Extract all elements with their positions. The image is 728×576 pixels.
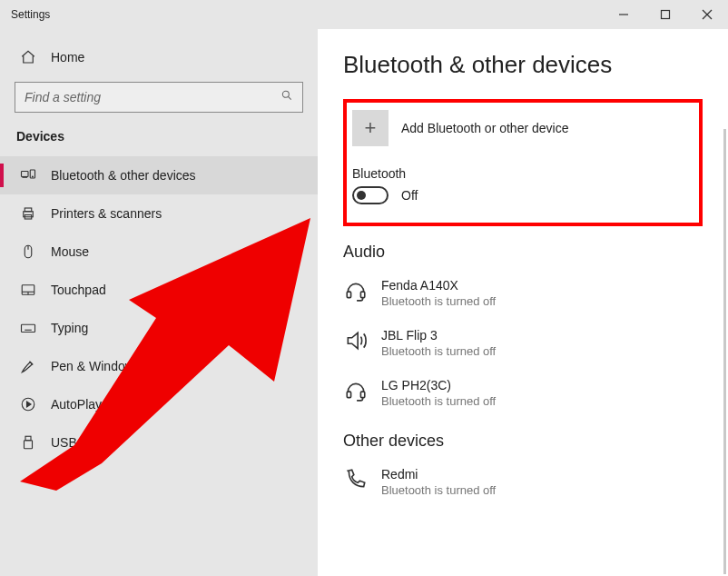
page-title: Bluetooth & other devices <box>343 51 703 79</box>
device-status: Bluetooth is turned off <box>381 394 496 408</box>
sidebar-item-autoplay[interactable]: AutoPlay <box>0 385 318 423</box>
home-icon <box>20 49 36 65</box>
device-name: Fenda A140X <box>381 278 496 293</box>
headset-icon <box>343 278 369 303</box>
touchpad-icon <box>20 282 36 298</box>
svg-rect-29 <box>360 292 364 298</box>
sidebar-item-usb[interactable]: USB <box>0 423 318 462</box>
svg-rect-6 <box>22 172 29 177</box>
sidebar-item-bluetooth[interactable]: Bluetooth & other devices <box>0 156 318 194</box>
device-status: Bluetooth is turned off <box>381 483 496 497</box>
scrollbar[interactable] <box>723 129 726 574</box>
svg-point-9 <box>32 176 33 177</box>
svg-rect-18 <box>22 324 35 332</box>
devices-icon <box>20 167 36 184</box>
search-box[interactable] <box>15 82 303 113</box>
sidebar: Home Devices Bluetooth & other devices P… <box>0 29 318 576</box>
device-status: Bluetooth is turned off <box>381 344 496 358</box>
usb-icon <box>20 434 36 451</box>
minimize-button[interactable] <box>603 0 644 29</box>
toggle-state-label: Off <box>401 188 418 203</box>
sidebar-item-label: Bluetooth & other devices <box>51 168 196 183</box>
maximize-button[interactable] <box>644 0 686 29</box>
pen-icon <box>20 358 36 374</box>
sidebar-item-label: USB <box>51 435 77 450</box>
sidebar-item-label: AutoPlay <box>51 397 102 412</box>
printer-icon <box>20 205 36 222</box>
bluetooth-label: Bluetooth <box>352 166 690 181</box>
audio-section-title: Audio <box>343 243 703 262</box>
search-input[interactable] <box>25 90 280 104</box>
add-device-label: Add Bluetooth or other device <box>401 121 568 135</box>
sidebar-item-label: Printers & scanners <box>51 206 162 221</box>
svg-rect-26 <box>25 436 31 441</box>
search-icon <box>280 89 293 105</box>
home-label: Home <box>51 50 84 65</box>
sidebar-item-label: Touchpad <box>51 283 106 297</box>
sidebar-item-printers[interactable]: Printers & scanners <box>0 194 318 233</box>
sidebar-item-label: Typing <box>51 321 88 335</box>
svg-rect-7 <box>23 177 27 178</box>
svg-rect-31 <box>360 392 364 398</box>
window-title: Settings <box>11 8 50 21</box>
svg-point-4 <box>282 91 289 97</box>
svg-rect-1 <box>662 11 670 19</box>
sidebar-item-touchpad[interactable]: Touchpad <box>0 271 318 309</box>
sidebar-item-label: Mouse <box>51 244 89 259</box>
keyboard-icon <box>20 320 36 336</box>
bluetooth-toggle[interactable] <box>352 186 389 204</box>
sidebar-item-pen[interactable]: Pen & Windows Ink <box>0 347 318 385</box>
content-pane: Bluetooth & other devices + Add Bluetoot… <box>318 29 728 576</box>
device-name: JBL Flip 3 <box>381 328 496 343</box>
device-row[interactable]: LG PH2(3C) Bluetooth is turned off <box>343 371 703 421</box>
device-name: Redmi <box>381 467 496 482</box>
phone-icon <box>343 467 369 492</box>
window-controls <box>603 0 728 29</box>
svg-rect-28 <box>347 292 350 298</box>
device-row[interactable]: JBL Flip 3 Bluetooth is turned off <box>343 321 703 371</box>
svg-line-5 <box>288 96 290 99</box>
bluetooth-toggle-row: Off <box>352 186 690 204</box>
device-status: Bluetooth is turned off <box>381 294 496 308</box>
svg-rect-30 <box>347 392 350 398</box>
titlebar: Settings <box>0 0 728 29</box>
toggle-knob <box>357 191 366 200</box>
device-name: LG PH2(3C) <box>381 378 496 392</box>
home-link[interactable]: Home <box>0 40 318 74</box>
speaker-icon <box>343 328 369 353</box>
mouse-icon <box>20 243 36 260</box>
headset-icon <box>343 378 369 403</box>
sidebar-item-label: Pen & Windows Ink <box>51 359 161 373</box>
plus-icon: + <box>352 110 389 146</box>
sidebar-item-typing[interactable]: Typing <box>0 309 318 347</box>
device-row[interactable]: Redmi Bluetooth is turned off <box>343 460 703 510</box>
svg-marker-25 <box>27 402 32 407</box>
add-device-button[interactable]: + Add Bluetooth or other device <box>352 110 690 146</box>
highlight-annotation: + Add Bluetooth or other device Bluetoot… <box>343 99 703 226</box>
sidebar-item-mouse[interactable]: Mouse <box>0 233 318 271</box>
sidebar-section-header: Devices <box>0 129 318 156</box>
device-row[interactable]: Fenda A140X Bluetooth is turned off <box>343 271 703 321</box>
other-section-title: Other devices <box>343 432 703 451</box>
close-button[interactable] <box>686 0 728 29</box>
autoplay-icon <box>20 396 36 412</box>
svg-rect-11 <box>25 208 32 212</box>
svg-rect-27 <box>25 441 33 449</box>
